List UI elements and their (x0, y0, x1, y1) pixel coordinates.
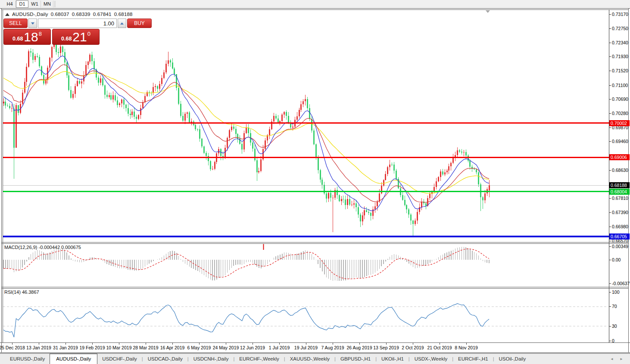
tab-ukoil-h1[interactable]: UKOil-,H1 (377, 354, 409, 364)
price-line-tag: 0.68004 (609, 189, 630, 195)
rsi-axis-label: 0 (612, 338, 614, 343)
price-axis-label: 0.68630 (612, 168, 628, 173)
rsi-axis-label: 30 (612, 324, 617, 329)
tab-usdcad-daily[interactable]: USDCAD-,Daily (143, 354, 187, 364)
price-axis-label: 0.71100 (612, 83, 628, 88)
buy-price-big: 21 (72, 30, 87, 44)
open-value: 0.68037 (51, 12, 69, 17)
chart-title: AUDUSD-,Daily 0.68037 0.68339 0.67841 0.… (5, 12, 133, 17)
price-axis-label: 0.72340 (612, 40, 628, 45)
symbol-tabbar: EURUSD-,DailyAUDUSD-,DailyUSDCHF-,Daily|… (0, 353, 630, 364)
price-line-tag: 0.70002 (609, 120, 630, 126)
price-axis-label: 0.66980 (612, 224, 628, 229)
price-axis-label: 0.70690 (612, 96, 628, 102)
chart-canvas[interactable] (0, 0, 630, 364)
tab-xauusd-weekly[interactable]: XAUUSD-,Weekly (285, 354, 334, 364)
tab-scroll-arrows[interactable]: ◄ ► (610, 357, 626, 361)
buy-price-prefix: 0.68 (61, 36, 72, 42)
one-click-trading-widget: SELL BUY 0.68 18 8 0.68 21 0 (3, 19, 100, 45)
tab-eurchf-h1[interactable]: EURCHF-,H1 (453, 354, 493, 364)
macd-axis-label: 0.00349 (612, 244, 628, 249)
rsi-axis-label: 100 (612, 289, 620, 295)
macd-axis-label: -0.00637 (612, 281, 630, 286)
sell-price-prefix: 0.68 (12, 36, 23, 42)
price-axis-label: 0.67390 (612, 210, 628, 215)
high-value: 0.68339 (72, 12, 90, 17)
volume-input[interactable] (38, 19, 117, 28)
tab-usdx-weekly[interactable]: USDX-,Weekly (410, 354, 452, 364)
date-axis-label: 8 Nov 2019 (448, 345, 484, 350)
tab-usdcnh-daily[interactable]: USDCNH-,Daily (189, 354, 234, 364)
price-axis-label: 0.72750 (612, 26, 628, 31)
buy-price-pip: 0 (87, 31, 90, 37)
rsi-indicator-label: RSI(14) 46.3867 (4, 289, 39, 295)
price-line-tag: 0.69006 (609, 154, 630, 160)
low-value: 0.67841 (93, 12, 112, 17)
price-axis-label: 0.71930 (612, 54, 628, 59)
price-line-tag: 0.66705 (609, 233, 630, 240)
tab-gbpusd-h1[interactable]: GBPUSD-,H1 (336, 354, 375, 364)
volume-increase-button[interactable] (118, 19, 126, 28)
sell-price-pip: 8 (39, 31, 42, 37)
tab-eurusd-daily[interactable]: EURUSD-,Daily (5, 354, 50, 364)
tab-usoil-daily[interactable]: USOil-,Daily (494, 354, 531, 364)
chart-shift-marker-icon[interactable] (486, 10, 490, 13)
price-axis-label: 0.67810 (612, 196, 628, 201)
buy-button[interactable]: BUY (127, 19, 152, 28)
macd-indicator-label: MACD(12,26,9) -0.000442 0.000675 (4, 245, 81, 250)
buy-price-display[interactable]: 0.68 21 0 (52, 29, 100, 45)
price-axis-label: 0.73170 (612, 12, 628, 17)
price-axis-label: 0.69460 (612, 139, 628, 144)
price-line-tag: 0.68188 (609, 182, 630, 188)
macd-axis-label: 0.00 (612, 257, 621, 262)
tab-usdchf-daily[interactable]: USDCHF-,Daily (97, 354, 142, 364)
sell-price-big: 18 (24, 30, 38, 44)
tab-eurchf-weekly[interactable]: EURCHF-,Weekly (234, 354, 284, 364)
triangle-up-icon (120, 22, 124, 25)
price-axis-label: 0.70280 (612, 111, 628, 116)
close-value: 0.68188 (114, 12, 133, 17)
rsi-axis-label: 70 (612, 304, 617, 309)
price-axis-label: 0.71520 (612, 68, 628, 73)
triangle-down-icon (31, 22, 34, 25)
collapse-triangle-icon (5, 13, 9, 16)
volume-decrease-button[interactable] (28, 19, 37, 28)
tab-audusd-daily[interactable]: AUDUSD-,Daily (50, 354, 97, 364)
symbol-period-label: AUDUSD-,Daily (12, 12, 48, 17)
sell-button[interactable]: SELL (3, 19, 28, 28)
sell-price-display[interactable]: 0.68 18 8 (3, 29, 51, 45)
